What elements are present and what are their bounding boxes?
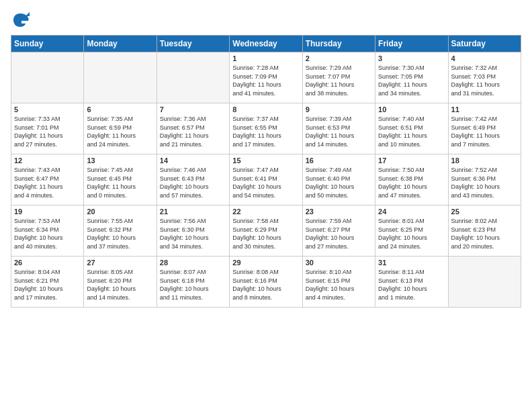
day-number: 22 xyxy=(232,208,299,216)
day-number: 27 xyxy=(87,259,153,267)
day-number: 13 xyxy=(87,156,153,165)
day-number: 26 xyxy=(14,259,81,267)
day-number: 9 xyxy=(306,105,372,113)
day-info: Sunrise: 8:01 AM Sunset: 6:25 PM Dayligh… xyxy=(378,217,445,250)
day-number: 11 xyxy=(451,105,518,113)
day-number: 1 xyxy=(232,54,299,62)
calendar-cell: 4Sunrise: 7:32 AM Sunset: 7:03 PM Daylig… xyxy=(448,52,521,103)
logo-icon xyxy=(11,11,30,30)
day-info: Sunrise: 7:58 AM Sunset: 6:29 PM Dayligh… xyxy=(232,217,299,250)
day-number: 19 xyxy=(14,208,81,216)
weekday-header-friday: Friday xyxy=(375,36,448,52)
day-number: 30 xyxy=(306,259,372,267)
day-info: Sunrise: 7:30 AM Sunset: 7:05 PM Dayligh… xyxy=(378,64,445,97)
day-info: Sunrise: 8:10 AM Sunset: 6:15 PM Dayligh… xyxy=(306,268,372,302)
calendar-cell: 7Sunrise: 7:36 AM Sunset: 6:57 PM Daylig… xyxy=(157,103,229,154)
calendar-cell: 28Sunrise: 8:07 AM Sunset: 6:18 PM Dayli… xyxy=(157,257,229,308)
calendar-cell: 8Sunrise: 7:37 AM Sunset: 6:55 PM Daylig… xyxy=(230,103,302,154)
day-info: Sunrise: 7:28 AM Sunset: 7:09 PM Dayligh… xyxy=(232,64,299,97)
weekday-header-tuesday: Tuesday xyxy=(157,36,229,52)
day-number: 18 xyxy=(451,156,518,165)
day-info: Sunrise: 7:37 AM Sunset: 6:55 PM Dayligh… xyxy=(232,115,299,148)
calendar-cell: 17Sunrise: 7:50 AM Sunset: 6:38 PM Dayli… xyxy=(375,154,448,205)
day-info: Sunrise: 7:43 AM Sunset: 6:47 PM Dayligh… xyxy=(14,166,81,199)
calendar-cell: 24Sunrise: 8:01 AM Sunset: 6:25 PM Dayli… xyxy=(375,205,448,257)
day-info: Sunrise: 7:47 AM Sunset: 6:41 PM Dayligh… xyxy=(232,166,299,199)
header xyxy=(11,11,521,30)
calendar-cell: 31Sunrise: 8:11 AM Sunset: 6:13 PM Dayli… xyxy=(375,257,448,308)
day-info: Sunrise: 7:55 AM Sunset: 6:32 PM Dayligh… xyxy=(87,217,153,250)
day-number: 5 xyxy=(14,105,81,113)
day-info: Sunrise: 7:29 AM Sunset: 7:07 PM Dayligh… xyxy=(306,64,372,97)
calendar-cell: 27Sunrise: 8:05 AM Sunset: 6:20 PM Dayli… xyxy=(84,257,157,308)
weekday-header-saturday: Saturday xyxy=(448,36,521,52)
day-info: Sunrise: 7:42 AM Sunset: 6:49 PM Dayligh… xyxy=(451,115,518,148)
week-row-3: 12Sunrise: 7:43 AM Sunset: 6:47 PM Dayli… xyxy=(11,154,521,205)
day-number: 10 xyxy=(378,105,445,113)
day-number: 20 xyxy=(87,208,153,216)
calendar-cell: 30Sunrise: 8:10 AM Sunset: 6:15 PM Dayli… xyxy=(302,257,375,308)
day-number: 12 xyxy=(14,156,81,165)
day-number: 21 xyxy=(160,208,226,216)
day-info: Sunrise: 8:02 AM Sunset: 6:23 PM Dayligh… xyxy=(451,217,518,250)
day-info: Sunrise: 7:46 AM Sunset: 6:43 PM Dayligh… xyxy=(160,166,226,199)
day-number: 15 xyxy=(232,156,299,165)
calendar-cell: 29Sunrise: 8:08 AM Sunset: 6:16 PM Dayli… xyxy=(230,257,302,308)
calendar-cell: 1Sunrise: 7:28 AM Sunset: 7:09 PM Daylig… xyxy=(230,52,302,103)
day-number: 17 xyxy=(378,156,445,165)
weekday-header-row: SundayMondayTuesdayWednesdayThursdayFrid… xyxy=(11,36,521,52)
day-info: Sunrise: 8:11 AM Sunset: 6:13 PM Dayligh… xyxy=(378,268,445,302)
day-info: Sunrise: 8:05 AM Sunset: 6:20 PM Dayligh… xyxy=(87,268,153,302)
day-number: 29 xyxy=(232,259,299,267)
day-info: Sunrise: 7:40 AM Sunset: 6:51 PM Dayligh… xyxy=(378,115,445,148)
calendar-cell: 18Sunrise: 7:52 AM Sunset: 6:36 PM Dayli… xyxy=(448,154,521,205)
calendar-cell: 9Sunrise: 7:39 AM Sunset: 6:53 PM Daylig… xyxy=(302,103,375,154)
week-row-1: 1Sunrise: 7:28 AM Sunset: 7:09 PM Daylig… xyxy=(11,52,521,103)
calendar-cell xyxy=(11,52,84,103)
calendar-cell: 11Sunrise: 7:42 AM Sunset: 6:49 PM Dayli… xyxy=(448,103,521,154)
day-info: Sunrise: 7:49 AM Sunset: 6:40 PM Dayligh… xyxy=(306,166,372,199)
day-info: Sunrise: 7:56 AM Sunset: 6:30 PM Dayligh… xyxy=(160,217,226,250)
calendar-cell: 12Sunrise: 7:43 AM Sunset: 6:47 PM Dayli… xyxy=(11,154,84,205)
day-info: Sunrise: 7:32 AM Sunset: 7:03 PM Dayligh… xyxy=(451,64,518,97)
day-number: 6 xyxy=(87,105,153,113)
day-info: Sunrise: 7:33 AM Sunset: 7:01 PM Dayligh… xyxy=(14,115,81,148)
calendar-cell: 14Sunrise: 7:46 AM Sunset: 6:43 PM Dayli… xyxy=(157,154,229,205)
weekday-header-thursday: Thursday xyxy=(302,36,375,52)
day-info: Sunrise: 7:50 AM Sunset: 6:38 PM Dayligh… xyxy=(378,166,445,199)
calendar-cell: 22Sunrise: 7:58 AM Sunset: 6:29 PM Dayli… xyxy=(230,205,302,257)
day-info: Sunrise: 7:53 AM Sunset: 6:34 PM Dayligh… xyxy=(14,217,81,250)
day-number: 31 xyxy=(378,259,445,267)
weekday-header-monday: Monday xyxy=(84,36,157,52)
week-row-5: 26Sunrise: 8:04 AM Sunset: 6:21 PM Dayli… xyxy=(11,257,521,308)
page: SundayMondayTuesdayWednesdayThursdayFrid… xyxy=(0,0,532,411)
calendar-cell xyxy=(157,52,229,103)
calendar-cell: 26Sunrise: 8:04 AM Sunset: 6:21 PM Dayli… xyxy=(11,257,84,308)
weekday-header-wednesday: Wednesday xyxy=(230,36,302,52)
calendar-cell: 3Sunrise: 7:30 AM Sunset: 7:05 PM Daylig… xyxy=(375,52,448,103)
day-info: Sunrise: 7:45 AM Sunset: 6:45 PM Dayligh… xyxy=(87,166,153,199)
calendar-cell: 20Sunrise: 7:55 AM Sunset: 6:32 PM Dayli… xyxy=(84,205,157,257)
calendar-cell: 16Sunrise: 7:49 AM Sunset: 6:40 PM Dayli… xyxy=(302,154,375,205)
calendar-cell: 21Sunrise: 7:56 AM Sunset: 6:30 PM Dayli… xyxy=(157,205,229,257)
day-info: Sunrise: 7:52 AM Sunset: 6:36 PM Dayligh… xyxy=(451,166,518,199)
day-number: 16 xyxy=(306,156,372,165)
calendar-cell: 15Sunrise: 7:47 AM Sunset: 6:41 PM Dayli… xyxy=(230,154,302,205)
calendar-cell: 10Sunrise: 7:40 AM Sunset: 6:51 PM Dayli… xyxy=(375,103,448,154)
calendar-cell: 5Sunrise: 7:33 AM Sunset: 7:01 PM Daylig… xyxy=(11,103,84,154)
day-number: 3 xyxy=(378,54,445,62)
day-info: Sunrise: 7:35 AM Sunset: 6:59 PM Dayligh… xyxy=(87,115,153,148)
weekday-header-sunday: Sunday xyxy=(11,36,84,52)
calendar-cell: 23Sunrise: 7:59 AM Sunset: 6:27 PM Dayli… xyxy=(302,205,375,257)
day-info: Sunrise: 7:36 AM Sunset: 6:57 PM Dayligh… xyxy=(160,115,226,148)
day-number: 7 xyxy=(160,105,226,113)
calendar-cell: 13Sunrise: 7:45 AM Sunset: 6:45 PM Dayli… xyxy=(84,154,157,205)
day-info: Sunrise: 8:07 AM Sunset: 6:18 PM Dayligh… xyxy=(160,268,226,302)
calendar-cell: 19Sunrise: 7:53 AM Sunset: 6:34 PM Dayli… xyxy=(11,205,84,257)
day-info: Sunrise: 8:08 AM Sunset: 6:16 PM Dayligh… xyxy=(232,268,299,302)
day-info: Sunrise: 7:39 AM Sunset: 6:53 PM Dayligh… xyxy=(306,115,372,148)
week-row-2: 5Sunrise: 7:33 AM Sunset: 7:01 PM Daylig… xyxy=(11,103,521,154)
day-number: 2 xyxy=(306,54,372,62)
calendar-cell: 2Sunrise: 7:29 AM Sunset: 7:07 PM Daylig… xyxy=(302,52,375,103)
day-number: 24 xyxy=(378,208,445,216)
